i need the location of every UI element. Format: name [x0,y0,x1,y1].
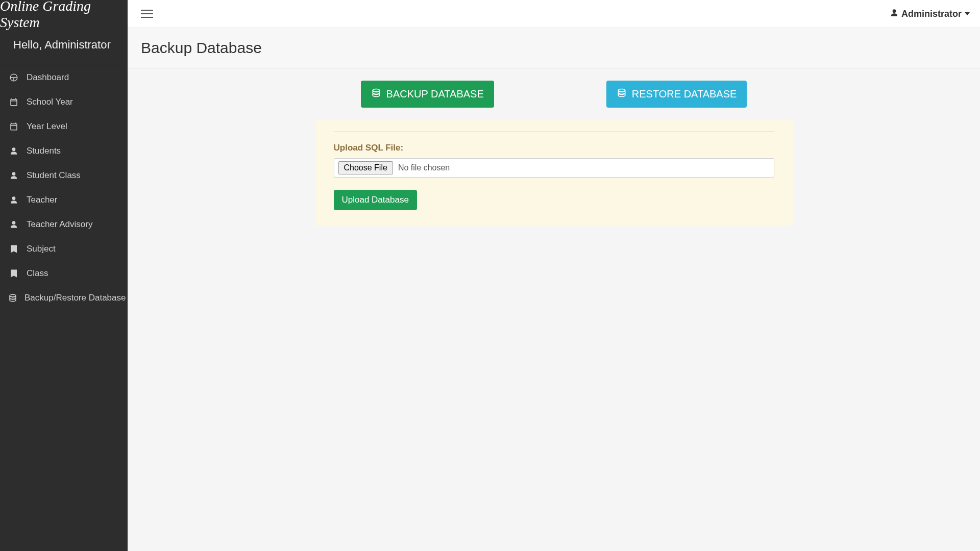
sidebar-item-dashboard[interactable]: Dashboard [0,65,128,90]
brand-title: Online Grading System [0,0,128,28]
sidebar: Online Grading System Hello, Administrat… [0,0,128,551]
database-icon [371,88,381,101]
sidebar-item-label: Year Level [27,121,67,132]
chevron-down-icon [965,12,970,15]
restore-database-button[interactable]: RESTORE DATABASE [606,81,747,108]
sidebar-item-label: Students [27,146,61,156]
calendar-icon [8,97,19,107]
sidebar-item-backup-restore[interactable]: Backup/Restore Database [0,286,128,310]
sidebar-item-label: Class [27,268,48,279]
sidebar-item-school-year[interactable]: School Year [0,90,128,114]
sidebar-item-label: Subject [27,244,56,254]
calendar-icon [8,122,19,131]
sidebar-nav: Dashboard School Year Year Level Student… [0,65,128,310]
sidebar-item-label: Dashboard [27,72,69,83]
sidebar-item-class[interactable]: Class [0,261,128,286]
dashboard-icon [8,73,19,82]
user-icon [890,9,898,19]
database-icon [617,88,627,101]
sidebar-item-student-class[interactable]: Student Class [0,163,128,188]
sidebar-item-subject[interactable]: Subject [0,237,128,261]
sidebar-item-teacher[interactable]: Teacher [0,188,128,212]
sidebar-item-teacher-advisory[interactable]: Teacher Advisory [0,212,128,237]
user-icon [8,146,19,156]
file-status-text: No file chosen [398,163,450,172]
book-icon [8,244,19,254]
user-menu-dropdown[interactable]: Administrator [890,9,970,19]
menu-toggle-button[interactable] [138,7,156,21]
file-input-row[interactable]: Choose File No file chosen [334,158,774,178]
greeting-text: Hello, Administrator [0,28,128,65]
divider [334,131,774,132]
sidebar-item-label: Teacher Advisory [27,219,92,230]
page-title: Backup Database [128,28,980,68]
user-icon [8,195,19,205]
upload-label: Upload SQL File: [334,143,774,153]
user-icon [8,220,19,229]
sidebar-item-label: Backup/Restore Database [24,293,126,303]
user-icon [8,171,19,180]
sidebar-item-label: Student Class [27,170,81,181]
book-icon [8,269,19,278]
choose-file-button[interactable]: Choose File [338,161,393,174]
upload-database-button[interactable]: Upload Database [334,190,417,210]
user-label: Administrator [901,9,962,19]
action-button-row: BACKUP DATABASE RESTORE DATABASE [299,81,809,108]
button-label: BACKUP DATABASE [386,88,484,100]
sidebar-item-label: Teacher [27,195,57,205]
database-icon [8,293,17,303]
page-content: BACKUP DATABASE RESTORE DATABASE Upload … [128,68,980,238]
sidebar-item-students[interactable]: Students [0,139,128,163]
topbar: Administrator [128,0,980,28]
upload-panel: Upload SQL File: Choose File No file cho… [315,120,793,226]
page: Backup Database BACKUP DATABASE RESTORE … [128,0,980,238]
sidebar-item-year-level[interactable]: Year Level [0,114,128,139]
backup-database-button[interactable]: BACKUP DATABASE [361,81,494,108]
sidebar-item-label: School Year [27,97,73,107]
button-label: RESTORE DATABASE [632,88,737,100]
hamburger-icon [141,10,153,11]
